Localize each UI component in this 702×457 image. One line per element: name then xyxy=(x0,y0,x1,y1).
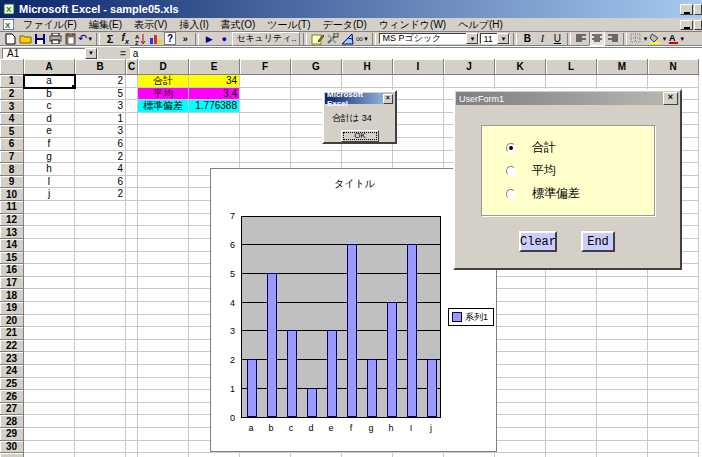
cell-C25[interactable] xyxy=(126,378,138,391)
cell-A25[interactable] xyxy=(24,378,75,391)
formula-input[interactable]: a xyxy=(130,47,702,59)
cell-B15[interactable] xyxy=(75,252,126,265)
cell-A21[interactable] xyxy=(24,327,75,340)
cell-E4[interactable] xyxy=(189,113,240,126)
column-header-E[interactable]: E xyxy=(189,59,240,75)
cell-C11[interactable] xyxy=(126,201,138,214)
menu-item-8[interactable]: ウィンドウ(W) xyxy=(373,18,452,32)
radio-button-3[interactable] xyxy=(506,189,516,199)
row-header-26[interactable]: 26 xyxy=(0,390,24,403)
cell-F1[interactable] xyxy=(240,75,291,88)
cell-L27[interactable] xyxy=(546,403,597,416)
cell-J1[interactable] xyxy=(444,75,495,88)
column-header-A[interactable]: A xyxy=(24,59,75,75)
select-all-corner[interactable] xyxy=(0,59,24,75)
cell-N23[interactable] xyxy=(648,352,699,365)
cell-A29[interactable] xyxy=(24,428,75,441)
cell-E31[interactable] xyxy=(189,453,240,457)
column-header-G[interactable]: G xyxy=(291,59,342,75)
cell-N28[interactable] xyxy=(648,415,699,428)
row-header-2[interactable]: 2 xyxy=(0,88,24,101)
cell-C31[interactable] xyxy=(126,453,138,457)
cell-K31[interactable] xyxy=(495,453,546,457)
paste-button[interactable] xyxy=(63,32,77,45)
cell-B22[interactable] xyxy=(75,340,126,353)
bold-button[interactable]: B xyxy=(520,32,534,45)
ok-button[interactable]: OK xyxy=(341,130,379,142)
cell-N31[interactable] xyxy=(648,453,699,457)
cell-C5[interactable] xyxy=(126,125,138,138)
cell-N20[interactable] xyxy=(648,315,699,328)
cell-K21[interactable] xyxy=(495,327,546,340)
cell-D4[interactable] xyxy=(138,113,189,126)
align-center-button[interactable] xyxy=(589,31,605,46)
cell-C19[interactable] xyxy=(126,302,138,315)
cell-I2[interactable] xyxy=(393,88,444,101)
row-header-18[interactable]: 18 xyxy=(0,289,24,302)
cell-A12[interactable] xyxy=(24,214,75,227)
cell-A1[interactable]: a xyxy=(24,75,75,88)
cell-F5[interactable] xyxy=(240,125,291,138)
cell-B27[interactable] xyxy=(75,403,126,416)
cell-D19[interactable] xyxy=(138,302,189,315)
row-header-9[interactable]: 9 xyxy=(0,176,24,189)
cell-M18[interactable] xyxy=(597,289,648,302)
cell-A7[interactable]: g xyxy=(24,151,75,164)
column-header-L[interactable]: L xyxy=(546,59,597,75)
cell-B14[interactable] xyxy=(75,239,126,252)
row-header-23[interactable]: 23 xyxy=(0,352,24,365)
cell-D5[interactable] xyxy=(138,125,189,138)
cell-A5[interactable]: e xyxy=(24,125,75,138)
chevron-down-icon[interactable]: ▼ xyxy=(85,48,97,59)
cell-A31[interactable] xyxy=(24,453,75,457)
menu-item-1[interactable]: ファイル(F) xyxy=(17,18,83,32)
cell-D26[interactable] xyxy=(138,390,189,403)
cell-D1[interactable]: 合計 xyxy=(138,75,189,88)
cell-M24[interactable] xyxy=(597,365,648,378)
print-button[interactable] xyxy=(48,32,62,45)
cell-C29[interactable] xyxy=(126,428,138,441)
row-header-19[interactable]: 19 xyxy=(0,302,24,315)
cell-D3[interactable]: 標準偏差 xyxy=(138,100,189,113)
cell-B20[interactable] xyxy=(75,315,126,328)
cell-E6[interactable] xyxy=(189,138,240,151)
cell-B3[interactable]: 3 xyxy=(75,100,126,113)
cell-A14[interactable] xyxy=(24,239,75,252)
cell-K19[interactable] xyxy=(495,302,546,315)
radio-button-2[interactable] xyxy=(506,166,516,176)
cell-A17[interactable] xyxy=(24,277,75,290)
cell-L1[interactable] xyxy=(546,75,597,88)
cell-C10[interactable] xyxy=(126,188,138,201)
cell-D14[interactable] xyxy=(138,239,189,252)
cell-C28[interactable] xyxy=(126,415,138,428)
cell-D12[interactable] xyxy=(138,214,189,227)
cell-M1[interactable] xyxy=(597,75,648,88)
column-header-C[interactable]: C xyxy=(126,59,138,75)
cell-N21[interactable] xyxy=(648,327,699,340)
cell-D25[interactable] xyxy=(138,378,189,391)
cell-L24[interactable] xyxy=(546,365,597,378)
menu-item-7[interactable]: データ(D) xyxy=(317,18,373,32)
row-header-13[interactable]: 13 xyxy=(0,226,24,239)
cell-M31[interactable] xyxy=(597,453,648,457)
cell-D18[interactable] xyxy=(138,289,189,302)
cell-C24[interactable] xyxy=(126,365,138,378)
row-header-1[interactable]: 1 xyxy=(0,75,24,88)
cell-C4[interactable] xyxy=(126,113,138,126)
window-minimize-icon[interactable] xyxy=(680,20,693,30)
cell-N17[interactable] xyxy=(648,277,699,290)
cell-D9[interactable] xyxy=(138,176,189,189)
underline-button[interactable]: U xyxy=(550,32,564,45)
cell-I1[interactable] xyxy=(393,75,444,88)
cell-L17[interactable] xyxy=(546,277,597,290)
row-header-14[interactable]: 14 xyxy=(0,239,24,252)
italic-button[interactable]: I xyxy=(535,32,549,45)
new-document-button[interactable] xyxy=(3,32,17,45)
more-buttons-button[interactable]: » xyxy=(178,32,192,45)
save-button[interactable] xyxy=(33,32,47,45)
column-header-N[interactable]: N xyxy=(648,59,699,75)
cell-L28[interactable] xyxy=(546,415,597,428)
clear-button[interactable]: Clear xyxy=(519,231,557,252)
cell-L20[interactable] xyxy=(546,315,597,328)
cell-L22[interactable] xyxy=(546,340,597,353)
